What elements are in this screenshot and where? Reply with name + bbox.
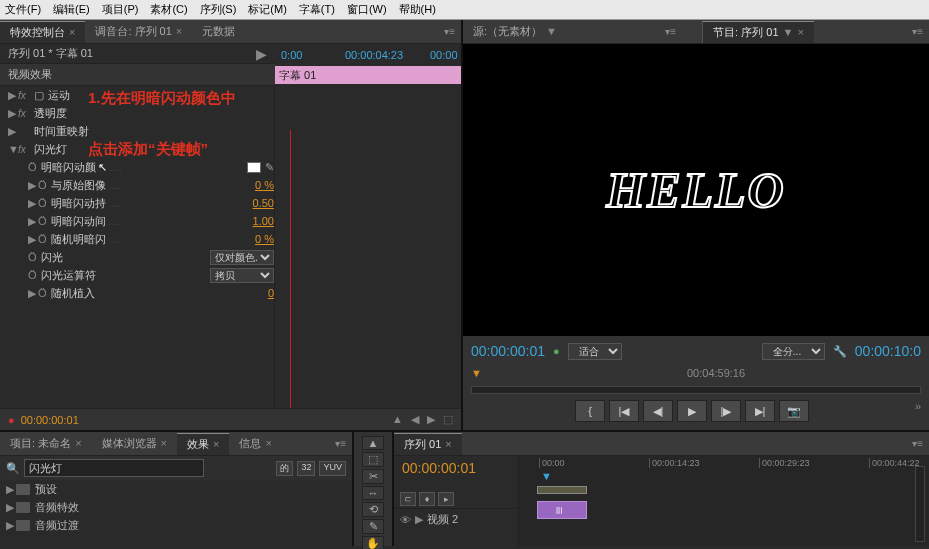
folder-audio-effects[interactable]: ▶音频特效 — [0, 498, 352, 516]
resolution-select[interactable]: 全分... — [762, 343, 825, 360]
param-random-seed: ▶Ö随机植入0 — [0, 284, 274, 302]
stopwatch-icon[interactable]: Ö — [38, 179, 47, 191]
param-value[interactable]: 1.00 — [253, 215, 274, 227]
folder-audio-transitions[interactable]: ▶音频过渡 — [0, 516, 352, 534]
search-icon: 🔍 — [6, 462, 20, 475]
export-frame-button[interactable]: 📷 — [779, 400, 809, 422]
playhead-icon[interactable]: ▼ — [541, 470, 552, 482]
zoom-select[interactable]: 适合 — [568, 343, 622, 360]
play-button[interactable]: ▶ — [677, 400, 707, 422]
tab-source[interactable]: 源:（无素材）▼ — [463, 21, 567, 42]
stopwatch-icon[interactable]: Ö — [38, 215, 47, 227]
selection-tool[interactable]: ▲ — [362, 436, 384, 450]
track-video-2[interactable]: 👁 ▶ 视频 2 — [394, 508, 518, 530]
step-forward-button[interactable]: |▶ — [711, 400, 741, 422]
marker-button[interactable]: ♦ — [419, 492, 435, 506]
param-value[interactable]: 0.50 — [253, 197, 274, 209]
tab-sequence[interactable]: 序列 01× — [394, 433, 462, 455]
timeline-clip-subtitle[interactable]: ||| — [537, 501, 587, 519]
stopwatch-icon[interactable]: Ö — [38, 233, 47, 245]
eye-icon[interactable]: 👁 — [400, 514, 411, 526]
stopwatch-icon[interactable]: Ö — [28, 269, 37, 281]
clip-bar-subtitle[interactable]: 字幕 01 — [275, 66, 461, 84]
go-to-out-button[interactable]: ▶| — [745, 400, 775, 422]
nav-icon[interactable]: ◀ — [411, 413, 419, 426]
step-back-button[interactable]: ◀| — [643, 400, 673, 422]
monitor-scrollbar[interactable] — [471, 386, 921, 394]
tab-effects[interactable]: 效果× — [177, 433, 229, 455]
panel-menu-icon[interactable]: ▾≡ — [335, 438, 346, 449]
tab-project[interactable]: 项目: 未命名× — [0, 433, 92, 454]
panel-menu-icon[interactable]: ▾≡ — [912, 438, 923, 449]
go-to-in-button[interactable]: |◀ — [609, 400, 639, 422]
slip-tool[interactable]: ↔ — [362, 486, 384, 500]
collapse-icon[interactable]: ▶ — [256, 46, 267, 62]
stopwatch-icon[interactable]: Ö — [38, 287, 47, 299]
close-icon[interactable]: × — [69, 26, 75, 38]
strobe-mode-select[interactable]: 仅对颜色... — [210, 250, 274, 265]
param-random-strobe: ▶Ö随机明暗闪....0 % — [0, 230, 274, 248]
tab-info[interactable]: 信息× — [229, 433, 281, 454]
timeline-ruler[interactable]: ▼ 00:00 00:00:14:23 00:00:29:23 00:00:44… — [519, 456, 929, 500]
panel-menu-icon[interactable]: ▾≡ — [665, 26, 676, 37]
menu-edit[interactable]: 编辑(E) — [53, 2, 90, 17]
color-swatch[interactable] — [247, 162, 261, 173]
status-timecode[interactable]: 00:00:00:01 — [21, 414, 79, 426]
nav-icon[interactable]: ▲ — [392, 413, 403, 426]
nav-icon[interactable]: ▶ — [427, 413, 435, 426]
work-area-bar[interactable] — [537, 486, 587, 494]
monitor-timecode-left[interactable]: 00:00:00:01 — [471, 343, 545, 359]
video-effects-header[interactable]: 视频效果 — [0, 64, 275, 86]
monitor-scrubber[interactable]: ▼ 00:04:59:16 — [471, 362, 921, 384]
razor-tool[interactable]: ✂ — [362, 469, 384, 484]
snap-button[interactable]: ⊂ — [400, 492, 416, 506]
stopwatch-icon[interactable]: Ö — [38, 197, 47, 209]
tab-media-browser[interactable]: 媒体浏览器× — [92, 433, 177, 454]
tab-audio-mixer[interactable]: 调音台: 序列 01× — [85, 21, 192, 42]
stopwatch-icon[interactable]: Ö — [28, 251, 37, 263]
mark-in-button[interactable]: { — [575, 400, 605, 422]
param-value[interactable]: 0 % — [255, 233, 274, 245]
program-monitor[interactable]: HELLO — [463, 44, 929, 336]
menu-clip[interactable]: 素材(C) — [150, 2, 187, 17]
close-icon[interactable]: × — [797, 26, 803, 38]
collapse-icon[interactable]: ▶ — [415, 513, 423, 526]
menu-help[interactable]: 帮助(H) — [399, 2, 436, 17]
eyedropper-icon[interactable]: ✎ — [265, 161, 274, 174]
effect-panel-tabs: 特效控制台× 调音台: 序列 01× 元数据 ▾≡ — [0, 20, 461, 44]
folder-presets[interactable]: ▶预设 — [0, 480, 352, 498]
close-icon[interactable]: × — [176, 25, 182, 37]
track-select-tool[interactable]: ⬚ — [362, 452, 384, 467]
menu-marker[interactable]: 标记(M) — [248, 2, 287, 17]
tab-metadata[interactable]: 元数据 — [192, 21, 245, 42]
tab-effect-controls[interactable]: 特效控制台× — [0, 21, 85, 43]
menu-file[interactable]: 文件(F) — [5, 2, 41, 17]
effect-row-timeremap[interactable]: ▶时间重映射 — [0, 122, 274, 140]
playhead-marker-icon[interactable]: ▼ — [471, 367, 482, 379]
param-value[interactable]: 0 — [268, 287, 274, 299]
menu-project[interactable]: 项目(P) — [102, 2, 139, 17]
nav-icon[interactable]: ⬚ — [443, 413, 453, 426]
tab-program[interactable]: 节目: 序列 01▼× — [702, 21, 814, 43]
effects-search-input[interactable] — [24, 459, 204, 477]
panel-menu-icon[interactable]: ▾≡ — [912, 26, 923, 37]
menu-title[interactable]: 字幕(T) — [299, 2, 335, 17]
param-value[interactable]: 0 % — [255, 179, 274, 191]
stopwatch-icon[interactable]: Ö — [28, 161, 37, 173]
track-button[interactable]: ▸ — [438, 492, 454, 506]
tools-panel: ▲ ⬚ ✂ ↔ ⟲ ✎ ✋ — [354, 432, 394, 546]
pen-tool[interactable]: ✎ — [362, 519, 384, 534]
menu-sequence[interactable]: 序列(S) — [200, 2, 237, 17]
filter-chip[interactable]: YUV — [319, 461, 346, 476]
effect-timeline-ruler[interactable]: 0:00 00:00:04:23 00:00 — [275, 44, 461, 66]
strobe-operator-select[interactable]: 拷贝 — [210, 268, 274, 283]
filter-chip[interactable]: 的 — [276, 461, 293, 476]
timeline-timecode[interactable]: 00:00:00:01 — [394, 456, 518, 480]
hand-tool[interactable]: ✋ — [362, 536, 384, 549]
panel-menu-icon[interactable]: ▾≡ — [444, 26, 455, 37]
more-icon[interactable]: » — [915, 400, 921, 422]
filter-chip[interactable]: 32 — [297, 461, 315, 476]
rate-stretch-tool[interactable]: ⟲ — [362, 502, 384, 517]
menu-window[interactable]: 窗口(W) — [347, 2, 387, 17]
settings-icon[interactable]: 🔧 — [833, 345, 847, 358]
